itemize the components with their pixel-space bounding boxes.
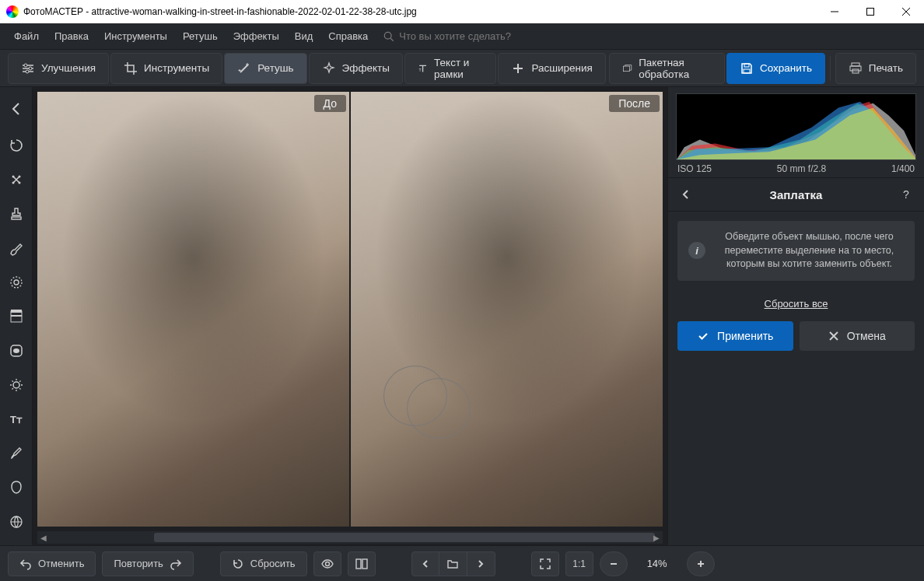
svg-rect-6 xyxy=(623,66,629,72)
print-icon xyxy=(849,61,863,75)
chevron-left-icon xyxy=(421,559,430,569)
main-toolbar: Улучшения Инструменты Ретушь Эффекты T Т… xyxy=(0,50,924,87)
document-filename: attractive-woman-walking-in-street-in-fa… xyxy=(92,6,417,17)
scroll-left-icon[interactable]: ◀ xyxy=(37,531,50,544)
exif-shutter: 1/400 xyxy=(891,163,915,174)
plus-icon xyxy=(695,558,706,569)
reset-all-link[interactable]: Сбросить все xyxy=(668,290,924,321)
patch-selection-target[interactable] xyxy=(407,378,471,439)
scrollbar-thumb[interactable] xyxy=(154,533,655,542)
save-button[interactable]: Сохранить xyxy=(726,53,825,84)
histogram[interactable] xyxy=(676,93,916,160)
menu-edit[interactable]: Правка xyxy=(48,27,95,45)
svg-rect-9 xyxy=(852,63,859,66)
main-area: Tᴛ До После ◀ ▶ xyxy=(0,87,924,545)
exposure-tool[interactable] xyxy=(3,372,30,398)
print-button[interactable]: Печать xyxy=(835,53,916,84)
exif-iso: ISO 125 xyxy=(677,163,712,174)
exif-info: ISO 125 50 mm f/2.8 1/400 xyxy=(676,160,916,174)
redo-button[interactable]: Повторить xyxy=(102,551,193,576)
svg-point-1 xyxy=(385,32,392,39)
stack-icon xyxy=(622,61,632,75)
zoom-out-button[interactable] xyxy=(600,551,628,576)
nav-open-button[interactable] xyxy=(439,551,467,576)
text-tool[interactable]: Tᴛ xyxy=(3,406,30,432)
scroll-right-icon[interactable]: ▶ xyxy=(650,531,663,544)
menu-view[interactable]: Вид xyxy=(289,27,320,45)
nav-group xyxy=(411,551,495,576)
brush-tool[interactable] xyxy=(3,235,30,261)
text-icon: T xyxy=(418,61,428,75)
info-text: Обведите объект мышью, после чего переме… xyxy=(715,230,904,271)
reset-button[interactable]: Сбросить xyxy=(220,551,307,576)
heal-tool[interactable] xyxy=(3,166,30,193)
svg-point-17 xyxy=(11,277,22,288)
canvas-viewport[interactable]: До После xyxy=(33,87,667,531)
info-icon: i xyxy=(688,242,705,259)
bottom-bar: Отменить Повторить Сбросить 1:1 14% xyxy=(0,545,924,581)
svg-point-2 xyxy=(24,64,27,67)
vignette-tool[interactable] xyxy=(3,338,30,364)
svg-point-3 xyxy=(29,67,32,70)
actual-size-button[interactable]: 1:1 xyxy=(565,551,593,576)
paint-tool[interactable] xyxy=(3,440,30,467)
compare-toggle-button[interactable] xyxy=(348,551,376,576)
batch-button[interactable]: Пакетная обработка xyxy=(609,53,725,84)
panel-back-button[interactable] xyxy=(677,186,695,203)
back-button[interactable] xyxy=(3,93,30,124)
minimize-button[interactable] xyxy=(817,0,852,23)
zoom-in-button[interactable] xyxy=(687,551,715,576)
undo-button[interactable]: Отменить xyxy=(8,551,96,576)
left-toolstrip: Tᴛ xyxy=(0,87,33,545)
nav-next-button[interactable] xyxy=(467,551,495,576)
tab-effects[interactable]: Эффекты xyxy=(309,53,403,84)
redo-icon xyxy=(170,558,182,570)
panel-header: Заплатка ? xyxy=(668,177,924,212)
svg-rect-0 xyxy=(867,9,874,16)
search-placeholder: Что вы хотите сделать? xyxy=(399,30,511,42)
eye-icon xyxy=(320,557,334,571)
menu-bar: Файл Правка Инструменты Ретушь Эффекты В… xyxy=(0,23,924,50)
sparkle-icon xyxy=(322,61,336,75)
tab-tools[interactable]: Инструменты xyxy=(110,53,222,84)
face-tool[interactable] xyxy=(3,474,30,501)
menu-effects[interactable]: Эффекты xyxy=(227,27,285,45)
panel-help-button[interactable]: ? xyxy=(898,186,915,203)
reset-icon xyxy=(232,558,244,570)
stamp-tool[interactable] xyxy=(3,201,30,227)
tab-retouch[interactable]: Ретушь xyxy=(224,53,306,84)
exif-lens: 50 mm f/2.8 xyxy=(777,163,826,174)
nav-prev-button[interactable] xyxy=(411,551,439,576)
cancel-button[interactable]: Отмена xyxy=(800,321,915,351)
menu-file[interactable]: Файл xyxy=(8,27,45,45)
tab-enhance[interactable]: Улучшения xyxy=(8,53,109,84)
toolbar-divider xyxy=(830,56,831,81)
preview-toggle-button[interactable] xyxy=(313,551,341,576)
menu-retouch[interactable]: Ретушь xyxy=(177,27,224,45)
tab-extensions[interactable]: Расширения xyxy=(498,53,606,84)
chevron-right-icon xyxy=(476,559,485,569)
search-icon xyxy=(383,31,394,42)
tab-text-frames[interactable]: T Текст и рамки xyxy=(404,53,496,84)
svg-point-21 xyxy=(13,348,19,353)
before-label: До xyxy=(314,95,346,112)
svg-point-18 xyxy=(14,280,19,285)
app-name: ФотоМАСТЕР xyxy=(23,6,83,17)
globe-tool[interactable] xyxy=(3,509,30,535)
rotate-tool[interactable] xyxy=(3,132,30,159)
radial-tool[interactable] xyxy=(3,269,30,296)
horizontal-scrollbar[interactable]: ◀ ▶ xyxy=(37,531,663,544)
menu-help[interactable]: Справка xyxy=(322,27,374,45)
close-icon xyxy=(828,331,839,341)
fit-screen-button[interactable] xyxy=(531,551,559,576)
before-pane: До xyxy=(37,92,349,527)
menu-search[interactable]: Что вы хотите сделать? xyxy=(383,30,511,42)
crop-icon xyxy=(124,61,138,75)
menu-tools[interactable]: Инструменты xyxy=(98,27,173,45)
close-button[interactable] xyxy=(888,0,924,23)
maximize-button[interactable] xyxy=(852,0,888,23)
split-icon xyxy=(355,557,369,571)
apply-button[interactable]: Применить xyxy=(677,321,793,351)
save-icon xyxy=(740,61,754,75)
gradient-tool[interactable] xyxy=(3,303,30,330)
